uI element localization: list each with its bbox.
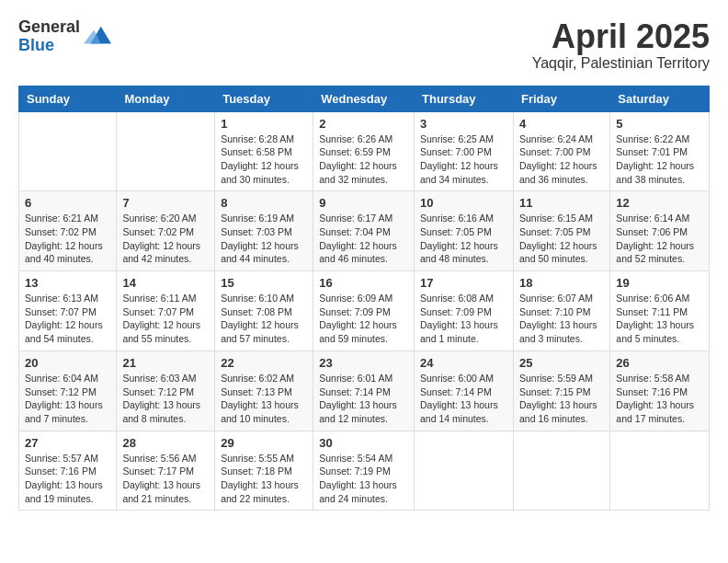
day-detail: Sunrise: 6:01 AM Sunset: 7:14 PM Dayligh… [319,372,408,426]
logo: General Blue [18,18,111,55]
day-detail: Sunrise: 6:20 AM Sunset: 7:02 PM Dayligh… [122,212,209,266]
day-detail: Sunrise: 6:14 AM Sunset: 7:06 PM Dayligh… [616,212,703,266]
day-detail: Sunrise: 6:03 AM Sunset: 7:12 PM Dayligh… [122,372,209,426]
day-number: 2 [319,117,408,131]
day-detail: Sunrise: 6:24 AM Sunset: 7:00 PM Dayligh… [519,132,604,187]
day-number: 19 [616,276,703,290]
calendar-cell: 19Sunrise: 6:06 AM Sunset: 7:11 PM Dayli… [610,271,710,351]
day-number: 15 [221,276,307,290]
page-header: General Blue April 2025 Yaqqir, Palestin… [18,18,710,72]
calendar-cell: 26Sunrise: 5:58 AM Sunset: 7:16 PM Dayli… [610,350,710,431]
calendar-cell [513,431,609,511]
calendar-week-row: 20Sunrise: 6:04 AM Sunset: 7:12 PM Dayli… [19,350,710,431]
main-title: April 2025 [532,18,710,55]
day-detail: Sunrise: 6:04 AM Sunset: 7:12 PM Dayligh… [25,372,110,426]
day-detail: Sunrise: 5:58 AM Sunset: 7:16 PM Dayligh… [616,372,703,426]
column-header-saturday: Saturday [610,86,710,111]
calendar-cell: 14Sunrise: 6:11 AM Sunset: 7:07 PM Dayli… [117,271,215,351]
day-number: 7 [122,196,209,210]
logo-blue-text: Blue [18,37,80,55]
day-number: 30 [319,436,408,450]
calendar-cell: 11Sunrise: 6:15 AM Sunset: 7:05 PM Dayli… [513,191,609,271]
day-detail: Sunrise: 6:08 AM Sunset: 7:09 PM Dayligh… [420,292,507,346]
calendar-cell: 25Sunrise: 5:59 AM Sunset: 7:15 PM Dayli… [513,350,609,431]
calendar-cell: 9Sunrise: 6:17 AM Sunset: 7:04 PM Daylig… [313,191,415,271]
calendar-header-row: SundayMondayTuesdayWednesdayThursdayFrid… [19,86,710,111]
day-detail: Sunrise: 6:06 AM Sunset: 7:11 PM Dayligh… [616,292,703,346]
day-number: 17 [420,276,507,290]
calendar-cell: 20Sunrise: 6:04 AM Sunset: 7:12 PM Dayli… [19,350,117,431]
calendar-cell: 22Sunrise: 6:02 AM Sunset: 7:13 PM Dayli… [215,350,313,431]
day-number: 18 [519,276,604,290]
calendar-cell: 7Sunrise: 6:20 AM Sunset: 7:02 PM Daylig… [117,191,215,271]
calendar-cell [610,431,710,511]
day-number: 6 [25,196,110,210]
calendar-cell: 17Sunrise: 6:08 AM Sunset: 7:09 PM Dayli… [415,271,514,351]
calendar-cell: 28Sunrise: 5:56 AM Sunset: 7:17 PM Dayli… [117,431,215,511]
column-header-tuesday: Tuesday [215,86,313,111]
day-number: 11 [519,196,604,210]
day-number: 8 [221,196,307,210]
day-number: 20 [25,356,110,370]
calendar-cell: 5Sunrise: 6:22 AM Sunset: 7:01 PM Daylig… [610,111,710,191]
column-header-wednesday: Wednesday [313,86,415,111]
calendar-cell: 15Sunrise: 6:10 AM Sunset: 7:08 PM Dayli… [215,271,313,351]
calendar-cell [117,111,215,191]
day-number: 24 [420,356,507,370]
day-detail: Sunrise: 6:19 AM Sunset: 7:03 PM Dayligh… [221,212,307,266]
day-number: 16 [319,276,408,290]
calendar-cell: 12Sunrise: 6:14 AM Sunset: 7:06 PM Dayli… [610,191,710,271]
day-detail: Sunrise: 6:00 AM Sunset: 7:14 PM Dayligh… [420,372,507,426]
day-detail: Sunrise: 5:59 AM Sunset: 7:15 PM Dayligh… [519,372,604,426]
day-detail: Sunrise: 6:22 AM Sunset: 7:01 PM Dayligh… [616,132,703,187]
calendar-cell: 23Sunrise: 6:01 AM Sunset: 7:14 PM Dayli… [313,350,415,431]
day-number: 22 [221,356,307,370]
calendar-cell: 8Sunrise: 6:19 AM Sunset: 7:03 PM Daylig… [215,191,313,271]
day-number: 23 [319,356,408,370]
calendar-cell: 29Sunrise: 5:55 AM Sunset: 7:18 PM Dayli… [215,431,313,511]
day-number: 3 [420,117,507,131]
day-number: 26 [616,356,703,370]
title-section: April 2025 Yaqqir, Palestinian Territory [532,18,710,72]
day-detail: Sunrise: 6:17 AM Sunset: 7:04 PM Dayligh… [319,212,408,266]
day-number: 25 [519,356,604,370]
logo-icon [84,23,111,51]
day-detail: Sunrise: 6:09 AM Sunset: 7:09 PM Dayligh… [319,292,408,346]
calendar-week-row: 6Sunrise: 6:21 AM Sunset: 7:02 PM Daylig… [19,191,710,271]
day-number: 21 [122,356,209,370]
calendar-cell: 10Sunrise: 6:16 AM Sunset: 7:05 PM Dayli… [415,191,514,271]
day-detail: Sunrise: 6:28 AM Sunset: 6:58 PM Dayligh… [221,132,307,187]
calendar-cell: 27Sunrise: 5:57 AM Sunset: 7:16 PM Dayli… [19,431,117,511]
day-detail: Sunrise: 6:15 AM Sunset: 7:05 PM Dayligh… [519,212,604,266]
calendar-cell: 16Sunrise: 6:09 AM Sunset: 7:09 PM Dayli… [313,271,415,351]
calendar-cell: 3Sunrise: 6:25 AM Sunset: 7:00 PM Daylig… [415,111,514,191]
day-detail: Sunrise: 6:16 AM Sunset: 7:05 PM Dayligh… [420,212,507,266]
subtitle: Yaqqir, Palestinian Territory [532,55,710,72]
day-detail: Sunrise: 6:26 AM Sunset: 6:59 PM Dayligh… [319,132,408,187]
day-detail: Sunrise: 6:11 AM Sunset: 7:07 PM Dayligh… [122,292,209,346]
day-number: 1 [221,117,307,131]
column-header-sunday: Sunday [19,86,117,111]
day-number: 12 [616,196,703,210]
calendar-cell: 2Sunrise: 6:26 AM Sunset: 6:59 PM Daylig… [313,111,415,191]
day-number: 29 [221,436,307,450]
day-number: 14 [122,276,209,290]
day-number: 9 [319,196,408,210]
day-number: 28 [122,436,209,450]
day-detail: Sunrise: 5:55 AM Sunset: 7:18 PM Dayligh… [221,452,307,506]
calendar-cell: 21Sunrise: 6:03 AM Sunset: 7:12 PM Dayli… [117,350,215,431]
calendar-cell: 18Sunrise: 6:07 AM Sunset: 7:10 PM Dayli… [513,271,609,351]
calendar-cell: 4Sunrise: 6:24 AM Sunset: 7:00 PM Daylig… [513,111,609,191]
day-detail: Sunrise: 6:02 AM Sunset: 7:13 PM Dayligh… [221,372,307,426]
calendar-cell: 30Sunrise: 5:54 AM Sunset: 7:19 PM Dayli… [313,431,415,511]
day-number: 10 [420,196,507,210]
day-detail: Sunrise: 6:21 AM Sunset: 7:02 PM Dayligh… [25,212,110,266]
day-number: 13 [25,276,110,290]
calendar-week-row: 27Sunrise: 5:57 AM Sunset: 7:16 PM Dayli… [19,431,710,511]
day-number: 27 [25,436,110,450]
day-detail: Sunrise: 5:57 AM Sunset: 7:16 PM Dayligh… [25,452,110,506]
calendar-cell [415,431,514,511]
column-header-monday: Monday [117,86,215,111]
day-detail: Sunrise: 5:56 AM Sunset: 7:17 PM Dayligh… [122,452,209,506]
calendar-cell [19,111,117,191]
